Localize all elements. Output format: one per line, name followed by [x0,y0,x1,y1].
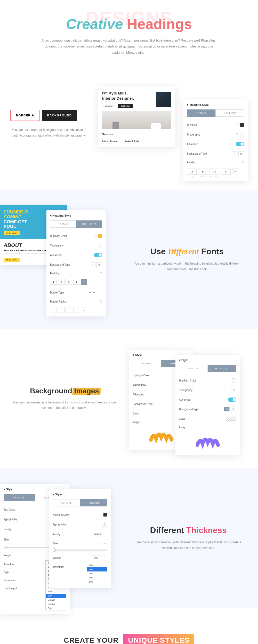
section4-title: Different Thickness [134,526,243,535]
bg-classic-icon[interactable]: ✎ [90,262,95,267]
tab-highlight[interactable]: HIGHLIGHT [208,365,236,372]
advanced-toggle[interactable] [94,253,102,257]
padding-label: Padding [187,161,196,164]
section-different-fonts: SUMMER IS COMING COME GET POOL READ MORE… [0,190,258,329]
tab-highlight[interactable]: HIGHLIGHT [80,499,107,506]
tab-normal[interactable]: NORMAL [133,360,161,367]
pencil-icon[interactable]: ✎ [102,522,107,527]
pad-input[interactable] [50,279,57,285]
section4-desc: Use the dual color heading with differen… [134,540,243,551]
size-slider[interactable] [53,550,107,551]
section3-title: Background Images [10,387,119,395]
pad-lbl-bottom: BOTTOM [209,176,219,178]
pad-lbl-right: RIGHT [198,176,208,178]
chevron-down-icon[interactable]: ▾ [53,493,54,496]
pad-left-input[interactable] [221,169,231,175]
avatar-image [156,92,171,107]
pad-input[interactable] [58,279,64,285]
chevron-down-icon[interactable]: ▾ [50,214,52,217]
weight-dropdown-2[interactable]: 100 200 300 400 500 [87,563,107,584]
family-select[interactable]: Default [92,532,107,537]
hero-title-teal: Creative [66,16,123,32]
hl-color-label: Highlight Color [50,235,67,237]
weight-select[interactable]: 200 [92,555,107,560]
tab-highlight[interactable]: HIGHLIGHT [76,220,102,228]
pad-bottom-input[interactable] [209,169,219,175]
get-design-button[interactable]: Get Design [118,104,133,108]
pad-lbl-left: LEFT [221,176,231,178]
section-different-thickness: ▾ Style NORMAL HIGHLIGHT Text Color Typo… [0,468,258,608]
border-type-select[interactable]: None [87,290,102,295]
read-more-button[interactable]: READ MORE [4,231,20,235]
service-2: Design & Build [124,140,139,142]
tab-highlight[interactable]: HIGHLIGHT [215,109,244,117]
tab-row: NORMAL HIGHLIGHT [187,109,244,117]
chevron-down-icon[interactable]: ▾ [133,353,134,356]
tab-normal[interactable]: NORMAL [179,365,208,372]
footer-title: CREATE YOUR UNIQUE STYLES [5,634,253,644]
hero-title: Creative Headings [5,15,253,32]
bg-type-label: Background Type [187,152,207,155]
hero-section: DESIGNS Creative Headings Alias commodi … [0,0,258,76]
pencil-icon[interactable]: ✎ [97,243,102,248]
text-color-label: Text Color [187,124,198,126]
advanced-label: Advanced [187,143,198,146]
device-icon[interactable]: 🖵 [241,161,244,164]
view-more-button[interactable]: View more [102,104,116,108]
radius-input[interactable] [73,307,80,313]
heading-style-panel-2: ▾ Heading Style NORMAL HIGHLIGHT Highlig… [46,210,106,316]
link-icon[interactable]: ⚯ [81,279,87,285]
weight-panel-2: ▾ Style NORMAL HIGHLIGHT Highlight Color… [49,489,111,588]
bg-image-icon[interactable]: ▦ [231,407,236,411]
chevron-down-icon[interactable]: ▾ [187,103,188,106]
service-1: Interior Design [102,140,117,142]
pad-input[interactable] [73,279,80,285]
section2-desc: You can highlight a particular word in t… [132,261,243,272]
bg-classic-icon[interactable]: ✎ [224,407,230,411]
bg-image-icon[interactable]: ▦ [238,151,244,156]
color-swatch[interactable] [232,378,236,383]
services-heading: Services [102,133,171,136]
chevron-down-icon[interactable]: ▾ [179,359,181,362]
section2-title: Use Different Fonts [132,247,243,256]
color-swatch-yellow[interactable] [98,234,102,238]
radius-input[interactable] [58,307,64,313]
border-button[interactable]: BORDER & [10,110,40,121]
style-panel-2: ▾ Style NORMAL HIGHLIGHT Highlight Color… [175,355,240,455]
section-border-background: BORDER & BACKGROUND You can use border o… [0,76,258,190]
section-background-images: Background Images You can use images as … [0,329,258,468]
pencil-icon[interactable]: ✎ [239,132,244,137]
radius-input[interactable] [66,307,72,313]
tab-normal[interactable]: NORMAL [53,499,80,506]
bg-classic-icon[interactable]: ✎ [232,151,237,156]
radius-input[interactable] [50,307,57,313]
link-icon[interactable]: ⚯ [232,169,238,174]
advanced-toggle[interactable] [228,397,236,402]
link-icon[interactable]: ⚯ [81,307,87,313]
section3-desc: You can use images as a background for w… [10,400,119,411]
advanced-toggle[interactable] [236,142,244,146]
pad-right-input[interactable] [198,169,208,175]
tab-normal[interactable]: NORMAL [4,494,35,501]
pad-input[interactable] [66,279,72,285]
pencil-icon[interactable]: ✎ [231,388,236,392]
color-swatch[interactable] [240,123,244,127]
tab-normal[interactable]: NORMAL [50,220,76,228]
hero-desc: Alias commodi cras, elit penatibus quasi… [41,37,217,55]
pad-top-input[interactable] [187,169,197,175]
scribble-purple[interactable] [179,433,236,451]
panel-title: Heading Style [190,103,209,106]
kyle-preview-panel: I'm Kyle Mills, Interior Designer. View … [98,86,175,147]
background-button[interactable]: BACKGROUND [42,110,77,121]
chevron-down-icon[interactable]: ▾ [4,488,5,491]
bg-image-icon[interactable]: ▦ [96,262,102,267]
globe-icon[interactable]: ⊕ [237,123,239,127]
color-swatch[interactable] [103,513,107,517]
heading-style-panel: ▾ Heading Style NORMAL HIGHLIGHT Text Co… [183,99,248,181]
color-transparent[interactable] [226,417,236,421]
typography-label: Typography [187,133,200,136]
read-more-button-2[interactable]: READ MORE [4,258,20,262]
globe-icon[interactable]: ⊕ [236,132,238,137]
pad-lbl-top: TOP [187,176,197,178]
tab-normal[interactable]: NORMAL [187,109,215,117]
